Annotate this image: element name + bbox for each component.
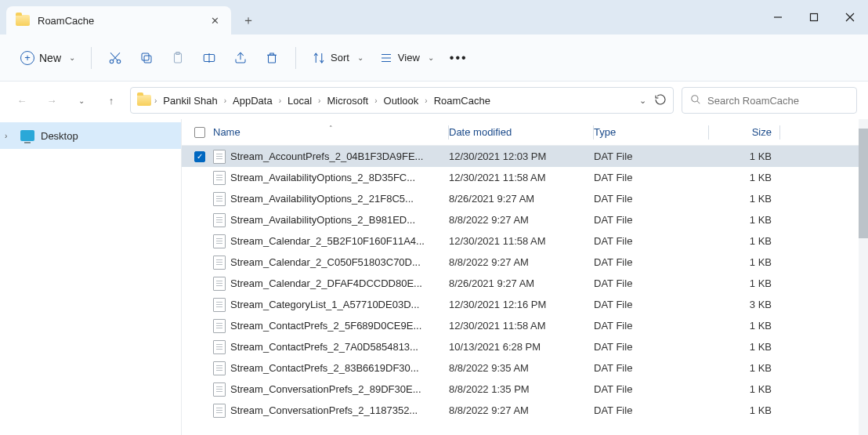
select-all-checkbox[interactable] [186, 127, 213, 138]
maximize-button[interactable] [796, 0, 832, 34]
cell-name: Stream_AvailabilityOptions_2_21F8C5... [213, 192, 448, 206]
cell-type: DAT File [594, 193, 708, 205]
file-icon [213, 171, 226, 185]
scrollbar[interactable] [859, 119, 868, 435]
nav-sidebar: › Desktop [0, 119, 182, 435]
table-row[interactable]: ✓Stream_AccountPrefs_2_04B1F3DA9FE...12/… [182, 146, 868, 167]
cell-size: 1 KB [709, 235, 779, 247]
file-name: Stream_ConversationPrefs_2_89DF30E... [230, 383, 421, 395]
column-header-date[interactable]: Date modified [449, 126, 593, 138]
cell-size: 1 KB [709, 256, 779, 268]
cell-name: Stream_AvailabilityOptions_2_B981ED... [213, 213, 448, 227]
table-row[interactable]: Stream_Calendar_2_C050F51803C70D...8/8/2… [182, 252, 868, 273]
sort-button[interactable]: Sort ⌄ [306, 44, 370, 72]
close-tab-icon[interactable]: ✕ [208, 15, 222, 27]
table-row[interactable]: Stream_ConversationPrefs_2_89DF30E...8/8… [182, 379, 868, 400]
close-window-button[interactable] [832, 0, 868, 34]
table-row[interactable]: Stream_Calendar_2_5B2F10F160F11A4...12/3… [182, 230, 868, 252]
recent-button[interactable]: ⌄ [71, 89, 92, 111]
cell-type: DAT File [594, 235, 708, 247]
chevron-down-icon[interactable]: ⌄ [639, 96, 646, 106]
refresh-button[interactable] [654, 93, 667, 108]
cell-date: 12/30/2021 12:03 PM [449, 150, 593, 162]
minimize-button[interactable] [760, 0, 796, 34]
chevron-down-icon: ⌄ [357, 53, 363, 62]
plus-circle-icon: + [20, 51, 34, 65]
sidebar-item-desktop[interactable]: › Desktop [0, 122, 181, 149]
cell-name: Stream_Calendar_2_C050F51803C70D... [213, 256, 448, 270]
row-checkbox[interactable]: ✓ [186, 151, 213, 162]
window-controls [760, 0, 868, 34]
file-icon [213, 382, 226, 397]
column-resizer[interactable] [779, 125, 780, 140]
table-row[interactable]: Stream_AvailabilityOptions_2_21F8C5...8/… [182, 188, 868, 209]
delete-button[interactable] [258, 44, 286, 72]
cell-type: DAT File [594, 299, 708, 310]
breadcrumb-item[interactable]: Outlook [381, 93, 422, 108]
sort-label: Sort [331, 52, 349, 63]
view-label: View [398, 52, 420, 63]
breadcrumb-item[interactable]: Pankil Shah [160, 93, 220, 108]
back-button[interactable]: ← [11, 89, 33, 111]
more-button[interactable]: ••• [443, 44, 474, 72]
table-row[interactable]: Stream_ContactPrefs_2_7A0D5854813...10/1… [182, 336, 868, 357]
table-row[interactable]: Stream_CategoryList_1_A57710DE03D...12/3… [182, 294, 868, 315]
cell-size: 1 KB [709, 150, 779, 162]
cell-size: 1 KB [709, 362, 779, 374]
file-name: Stream_AvailabilityOptions_2_B981ED... [230, 214, 415, 226]
table-row[interactable]: Stream_ContactPrefs_2_5F689D0CE9E...12/3… [182, 315, 868, 336]
cell-name: Stream_AccountPrefs_2_04B1F3DA9FE... [213, 150, 448, 164]
file-icon [213, 213, 226, 227]
cell-date: 12/30/2021 12:16 PM [449, 299, 593, 310]
cell-size: 1 KB [709, 277, 779, 289]
separator [91, 47, 92, 69]
cell-type: DAT File [594, 404, 708, 416]
table-row[interactable]: Stream_AvailabilityOptions_2_B981ED...8/… [182, 209, 868, 230]
chevron-right-icon: › [318, 96, 320, 105]
svg-rect-9 [142, 53, 149, 60]
breadcrumb-item[interactable]: AppData [230, 93, 276, 108]
new-button[interactable]: + New ⌄ [14, 44, 81, 72]
svg-rect-14 [269, 55, 276, 63]
table-row[interactable]: Stream_ConversationPrefs_2_1187352...8/8… [182, 400, 868, 421]
view-button[interactable]: View ⌄ [373, 44, 440, 72]
rename-button[interactable] [195, 44, 223, 72]
table-row[interactable]: Stream_ContactPrefs_2_83B6619DF30...8/8/… [182, 357, 868, 379]
new-tab-button[interactable]: ＋ [234, 6, 262, 34]
cell-type: DAT File [594, 383, 708, 395]
column-header-name[interactable]: Name˄ [213, 126, 448, 138]
column-header-type[interactable]: Type [594, 126, 708, 138]
file-name: Stream_AccountPrefs_2_04B1F3DA9FE... [230, 150, 423, 162]
cell-date: 12/30/2021 11:58 AM [449, 172, 593, 183]
cell-name: Stream_ContactPrefs_2_83B6619DF30... [213, 361, 448, 375]
file-name: Stream_CategoryList_1_A57710DE03D... [230, 299, 419, 310]
cell-name: Stream_Calendar_2_DFAF4DCCDD80E... [213, 277, 448, 291]
cell-size: 1 KB [709, 172, 779, 183]
table-row[interactable]: Stream_AvailabilityOptions_2_8D35FC...12… [182, 167, 868, 188]
forward-button[interactable]: → [41, 89, 63, 111]
up-button[interactable]: ↑ [100, 89, 122, 111]
search-box[interactable] [682, 87, 857, 114]
column-header-size[interactable]: Size [709, 126, 779, 138]
breadcrumb-item[interactable]: Local [284, 93, 315, 108]
breadcrumb[interactable]: › Pankil Shah › AppData › Local › Micros… [130, 87, 674, 114]
paste-button[interactable] [164, 44, 192, 72]
breadcrumb-item[interactable]: Microsoft [324, 93, 371, 108]
file-icon [213, 192, 226, 206]
cut-button[interactable] [101, 44, 129, 72]
breadcrumb-item[interactable]: RoamCache [431, 93, 494, 108]
cell-date: 12/30/2021 11:58 AM [449, 320, 593, 332]
title-bar: RoamCache ✕ ＋ [0, 0, 868, 34]
scrollbar-thumb[interactable] [859, 129, 868, 238]
chevron-down-icon: ⌄ [69, 53, 75, 62]
file-icon [213, 298, 226, 312]
chevron-right-icon: › [224, 96, 226, 105]
cell-date: 8/8/2022 9:27 AM [449, 214, 593, 226]
search-input[interactable] [707, 95, 848, 107]
window-tab[interactable]: RoamCache ✕ [6, 6, 231, 34]
share-button[interactable] [226, 44, 255, 72]
file-name: Stream_ContactPrefs_2_5F689D0CE9E... [230, 320, 421, 332]
table-row[interactable]: Stream_Calendar_2_DFAF4DCCDD80E...8/26/2… [182, 273, 868, 294]
toolbar: + New ⌄ Sort ⌄ View ⌄ ••• [0, 34, 868, 82]
copy-button[interactable] [132, 44, 161, 72]
